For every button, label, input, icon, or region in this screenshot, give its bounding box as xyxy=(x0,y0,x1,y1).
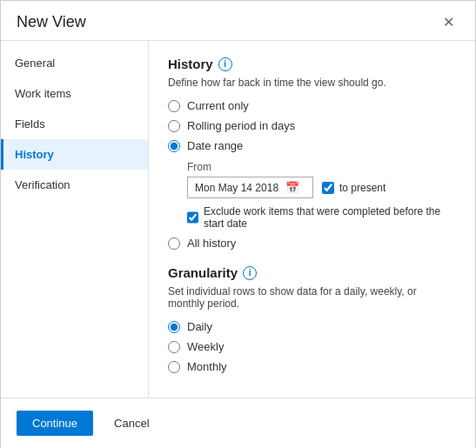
radio-all-history-input[interactable] xyxy=(168,237,180,250)
sidebar-item-verification[interactable]: Verification xyxy=(1,170,148,200)
radio-weekly[interactable]: Weekly xyxy=(168,340,456,353)
radio-daily-input[interactable] xyxy=(168,321,180,333)
history-description: Define how far back in time the view sho… xyxy=(168,77,456,89)
sidebar-item-work-items[interactable]: Work items xyxy=(1,78,148,109)
to-present-row: to present xyxy=(322,182,385,194)
sidebar-item-general[interactable]: General xyxy=(1,48,148,78)
sidebar-item-fields[interactable]: Fields xyxy=(1,109,148,139)
date-range-section: From Mon May 14 2018 📅 to present Exclud… xyxy=(187,161,456,230)
close-button[interactable]: ✕ xyxy=(438,14,459,31)
sidebar: General Work items Fields History Verifi… xyxy=(1,41,149,398)
date-row: Mon May 14 2018 📅 to present xyxy=(187,177,456,198)
dialog-title: New View xyxy=(17,13,86,31)
granularity-section: Granularity i Set individual rows to sho… xyxy=(168,265,456,373)
continue-button[interactable]: Continue xyxy=(17,411,93,436)
history-info-icon[interactable]: i xyxy=(218,57,232,71)
radio-rolling-period[interactable]: Rolling period in days xyxy=(168,119,456,132)
radio-current-only-input[interactable] xyxy=(168,100,180,112)
radio-rolling-period-input[interactable] xyxy=(168,120,180,132)
history-options: Current only Rolling period in days Date… xyxy=(168,99,456,152)
granularity-options: Daily Weekly Monthly xyxy=(168,320,456,373)
history-section-title: History i xyxy=(168,57,456,71)
granularity-info-icon[interactable]: i xyxy=(243,266,257,280)
radio-monthly[interactable]: Monthly xyxy=(168,360,456,373)
exclude-row: Exclude work items that were completed b… xyxy=(187,205,456,230)
radio-weekly-input[interactable] xyxy=(168,341,180,353)
radio-current-only[interactable]: Current only xyxy=(168,99,456,112)
sidebar-item-history[interactable]: History xyxy=(1,139,148,170)
exclude-label: Exclude work items that were completed b… xyxy=(204,205,456,230)
dialog-footer: Continue Cancel xyxy=(1,398,475,448)
radio-date-range[interactable]: Date range xyxy=(168,139,456,152)
cancel-button[interactable]: Cancel xyxy=(102,411,161,436)
main-content: History i Define how far back in time th… xyxy=(149,41,475,398)
date-input-field[interactable]: Mon May 14 2018 📅 xyxy=(187,177,313,198)
new-view-dialog: New View ✕ General Work items Fields His… xyxy=(0,0,476,448)
dialog-body: General Work items Fields History Verifi… xyxy=(1,41,475,398)
to-present-label: to present xyxy=(339,182,385,194)
all-history-option: All history xyxy=(168,237,456,250)
radio-monthly-input[interactable] xyxy=(168,361,180,373)
exclude-checkbox[interactable] xyxy=(187,211,198,224)
granularity-description: Set individual rows to show data for a d… xyxy=(168,285,456,310)
calendar-icon: 📅 xyxy=(285,181,299,194)
dialog-header: New View ✕ xyxy=(1,1,475,41)
date-value: Mon May 14 2018 xyxy=(195,182,278,194)
from-label: From xyxy=(187,161,456,173)
radio-date-range-input[interactable] xyxy=(168,140,180,152)
radio-all-history[interactable]: All history xyxy=(168,237,456,250)
granularity-section-title: Granularity i xyxy=(168,265,456,280)
to-present-checkbox[interactable] xyxy=(322,182,334,194)
radio-daily[interactable]: Daily xyxy=(168,320,456,333)
